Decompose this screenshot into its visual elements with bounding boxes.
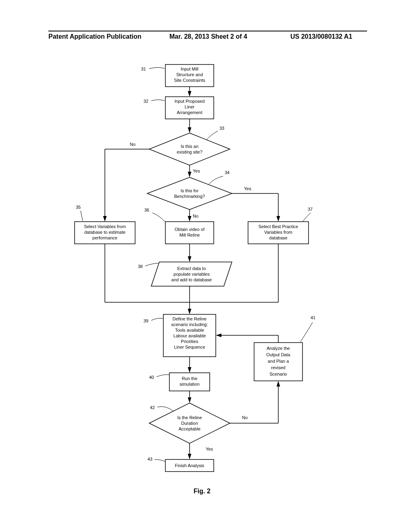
svg-text:Priorities: Priorities — [181, 339, 198, 344]
svg-text:Yes: Yes — [206, 447, 213, 451]
svg-text:Analyze the: Analyze the — [267, 346, 290, 351]
svg-text:Mill Reline: Mill Reline — [179, 233, 200, 237]
header-left: Patent Application Publication — [48, 33, 142, 40]
svg-text:Obtain video of: Obtain video of — [175, 227, 205, 232]
svg-text:Is the Reline: Is the Reline — [177, 415, 202, 420]
flowchart-svg: Input Mill Structure and Site Constraint… — [0, 52, 413, 516]
svg-text:Labour available: Labour available — [173, 333, 206, 338]
svg-text:Liner Sequence: Liner Sequence — [174, 345, 205, 349]
svg-text:Is this an: Is this an — [181, 144, 198, 149]
svg-text:No: No — [242, 415, 248, 420]
svg-marker-12 — [149, 133, 230, 165]
svg-text:Output Data: Output Data — [266, 352, 290, 357]
svg-text:simulation: simulation — [179, 382, 200, 387]
svg-text:database: database — [269, 235, 287, 240]
svg-text:Define the Reline: Define the Reline — [173, 316, 206, 321]
svg-text:Yes: Yes — [193, 168, 200, 173]
svg-text:Select Variables from: Select Variables from — [84, 224, 126, 229]
svg-text:No: No — [130, 142, 136, 147]
svg-marker-21 — [147, 177, 232, 210]
svg-text:Benchmarking?: Benchmarking? — [174, 194, 205, 199]
svg-text:Scenario: Scenario — [269, 372, 287, 376]
figure-caption: Fig. 2 — [194, 488, 211, 495]
svg-text:Input Mill: Input Mill — [181, 66, 198, 71]
svg-text:and add to database: and add to database — [171, 277, 212, 282]
svg-text:42: 42 — [150, 405, 155, 410]
svg-text:revised: revised — [271, 365, 285, 370]
svg-text:43: 43 — [148, 457, 152, 461]
svg-text:No: No — [193, 214, 198, 218]
svg-text:Select Best Practice: Select Best Practice — [259, 224, 298, 229]
flowchart: Input Mill Structure and Site Constraint… — [0, 52, 413, 516]
svg-text:Is this for: Is this for — [181, 188, 199, 193]
svg-text:Arrangement: Arrangement — [177, 110, 202, 115]
header-rule — [48, 31, 367, 31]
svg-text:Variables from: Variables from — [264, 230, 292, 235]
svg-text:Yes: Yes — [244, 186, 251, 191]
svg-text:Run the: Run the — [182, 376, 198, 381]
svg-text:existing site?: existing site? — [177, 150, 202, 154]
svg-text:Acceptable: Acceptable — [179, 426, 200, 431]
svg-text:32: 32 — [144, 99, 148, 104]
svg-text:scenario including:: scenario including: — [171, 322, 208, 327]
svg-text:database to estimate: database to estimate — [84, 230, 125, 235]
svg-text:36: 36 — [144, 208, 149, 212]
svg-text:41: 41 — [311, 315, 315, 320]
svg-text:34: 34 — [225, 170, 229, 175]
svg-text:and Plan a: and Plan a — [268, 359, 289, 364]
svg-text:Structure and: Structure and — [176, 72, 203, 77]
header-mid: Mar. 28, 2013 Sheet 2 of 4 — [169, 33, 247, 40]
svg-text:39: 39 — [144, 318, 148, 323]
svg-text:Input Proposed: Input Proposed — [175, 99, 205, 104]
svg-text:Liner: Liner — [185, 104, 195, 109]
svg-text:Site Constraints: Site Constraints — [174, 78, 205, 83]
svg-text:Finish Analysis: Finish Analysis — [175, 463, 204, 468]
svg-text:Extract data to: Extract data to — [177, 266, 206, 271]
svg-text:performance: performance — [92, 235, 117, 240]
svg-text:31: 31 — [141, 66, 146, 71]
svg-text:populate variables: populate variables — [173, 272, 210, 276]
header-right: US 2013/0080132 A1 — [290, 33, 352, 40]
svg-text:33: 33 — [219, 126, 224, 131]
svg-text:35: 35 — [76, 205, 81, 210]
page: Patent Application Publication Mar. 28, … — [0, 0, 413, 532]
svg-text:38: 38 — [138, 264, 143, 269]
svg-text:Duration: Duration — [181, 421, 198, 426]
svg-text:37: 37 — [308, 207, 313, 212]
svg-text:40: 40 — [149, 375, 154, 380]
svg-text:Tools available: Tools available — [175, 328, 204, 332]
